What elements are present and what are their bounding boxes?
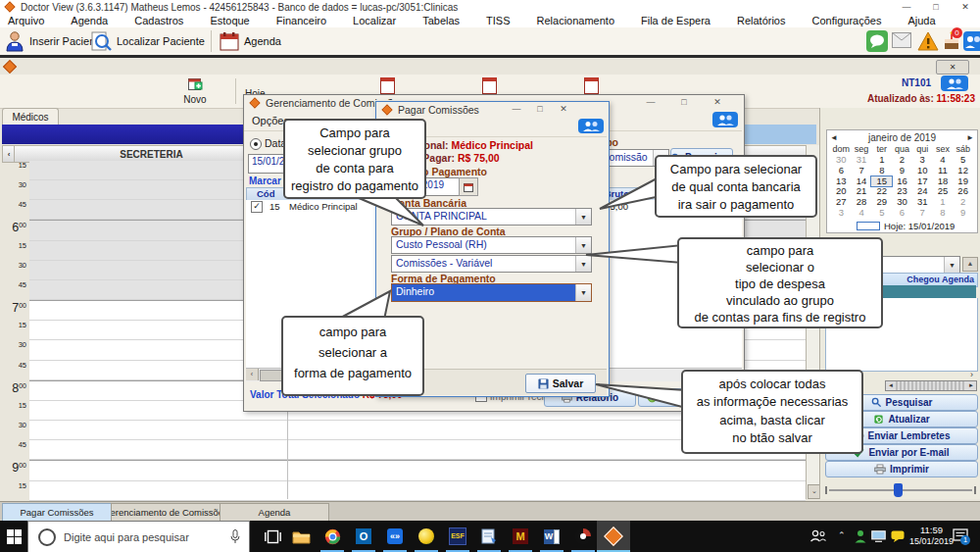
calendar-next-icon[interactable]: ► xyxy=(963,133,977,142)
task-view-button[interactable] xyxy=(257,521,288,552)
grupo-conta-dropdown[interactable]: Custo Pessoal (RH)▼ xyxy=(391,236,592,254)
calendar-month-icon[interactable] xyxy=(482,77,497,94)
close-icon[interactable]: ✕ xyxy=(703,95,732,110)
taskbar-search[interactable]: Digite aqui para pesquisar xyxy=(27,521,250,552)
row-checkbox[interactable]: ✓ xyxy=(251,201,263,213)
calendar-day[interactable]: 4 xyxy=(852,208,872,219)
calendar-day[interactable]: 6 xyxy=(831,166,852,176)
calendar-day[interactable]: 11 xyxy=(933,166,954,176)
taskbar-app-m[interactable]: M xyxy=(505,521,536,552)
tray-chat-icon[interactable] xyxy=(891,530,905,542)
maximize-icon[interactable]: □ xyxy=(669,95,699,110)
calendar-day[interactable]: 5 xyxy=(871,208,892,219)
calendar-day[interactable]: 10 xyxy=(912,166,933,176)
menu-item[interactable]: Arquivo xyxy=(8,15,44,26)
mail-icon[interactable] xyxy=(892,32,911,52)
child-close-icon[interactable]: ✕ xyxy=(936,60,969,75)
pagar-titlebar[interactable]: Pagar Comissões — □ ✕ xyxy=(376,102,609,118)
menu-item[interactable]: Ajuda xyxy=(907,15,935,26)
birthday-icon[interactable]: 0 xyxy=(942,31,961,51)
maximize-button[interactable]: □ xyxy=(921,0,951,14)
menu-item[interactable]: Agenda xyxy=(71,15,108,26)
date-picker-icon[interactable] xyxy=(459,177,478,196)
tray-people-icon[interactable] xyxy=(809,529,827,542)
people-icon[interactable] xyxy=(712,112,738,127)
menu-item[interactable]: Tabelas xyxy=(422,15,460,26)
minimize-icon[interactable]: — xyxy=(506,102,527,117)
salvar-button[interactable]: Salvar xyxy=(525,374,596,393)
mini-scroll-left-icon[interactable]: ◄ xyxy=(886,381,896,390)
taskbar-app-esf[interactable]: ESF xyxy=(442,521,473,552)
calendar-day[interactable]: 3 xyxy=(831,208,852,219)
calendar-prev-icon[interactable]: ◄ xyxy=(827,133,841,142)
menu-item[interactable]: Localizar xyxy=(353,15,396,26)
schedule-row[interactable]: 900 xyxy=(29,460,806,480)
menu-item[interactable]: Cadastros xyxy=(134,15,183,26)
tab-agenda[interactable]: Agenda xyxy=(220,503,329,522)
calendar-day[interactable]: 8 xyxy=(871,166,892,176)
mini-scroll-track[interactable] xyxy=(896,381,966,390)
panel-scroll-right-icon[interactable]: › xyxy=(970,370,973,379)
calendar-today-label[interactable]: Hoje: 15/01/2019 xyxy=(884,221,955,231)
mini-scroll-right-icon[interactable]: ► xyxy=(966,381,976,390)
tray-chevron-icon[interactable]: ⌃ xyxy=(838,530,846,540)
taskbar-chrome[interactable] xyxy=(317,521,348,552)
mic-icon[interactable] xyxy=(230,529,240,544)
taskbar-word[interactable]: W xyxy=(536,521,567,552)
taskbar-doctorview-active[interactable] xyxy=(597,521,630,552)
calendar-title[interactable]: janeiro de 2019 xyxy=(841,132,963,143)
warning-icon[interactable] xyxy=(917,31,939,55)
taskbar-teamviewer[interactable]: «» xyxy=(379,521,411,552)
tab-pagar-comissoes[interactable]: Pagar Comissões xyxy=(2,503,112,522)
calendar-day[interactable]: 9 xyxy=(892,166,912,176)
calendar-day[interactable]: 8 xyxy=(933,208,954,219)
collapse-icon[interactable]: ▲ xyxy=(962,257,978,272)
notification-center-icon[interactable]: 1 xyxy=(953,528,968,547)
calendar-day[interactable]: 7 xyxy=(912,208,933,219)
menu-item[interactable]: Configurações xyxy=(811,15,881,26)
contacts-icon[interactable] xyxy=(963,31,980,51)
tab-medicos[interactable]: Médicos xyxy=(2,108,59,125)
menu-item[interactable]: Estoque xyxy=(210,15,249,26)
maximize-icon[interactable]: □ xyxy=(529,102,551,117)
tray-user-icon[interactable] xyxy=(855,529,866,543)
forma-pagamento-dropdown[interactable]: Dinheiro▼ xyxy=(391,283,592,302)
close-button[interactable]: ✕ xyxy=(951,0,980,14)
menu-item[interactable]: Relacionamento xyxy=(537,15,615,26)
tab-gerenciamento[interactable]: Gerenciamento de Comissões xyxy=(111,503,220,522)
menu-item[interactable]: Financeiro xyxy=(276,15,326,26)
novo-button[interactable]: Novo xyxy=(178,76,212,105)
minimize-button[interactable]: — xyxy=(892,0,921,14)
people-icon[interactable] xyxy=(941,75,968,91)
conta-bancaria-dropdown[interactable]: CONTA PRINCIPAL▼ xyxy=(391,208,592,226)
localizar-paciente-button[interactable]: Localizar Paciente xyxy=(90,29,205,53)
calendar-day[interactable]: 9 xyxy=(953,208,973,219)
calendar-day[interactable]: 12 xyxy=(953,166,973,176)
minimize-icon[interactable]: — xyxy=(636,95,665,110)
menu-item[interactable]: Relatórios xyxy=(737,15,786,26)
zoom-slider[interactable] xyxy=(825,482,976,498)
tipo-despesa-dropdown[interactable]: Comissões - Variável▼ xyxy=(391,255,592,273)
panel-mini-scrollbar[interactable]: ◄ ► xyxy=(885,380,977,391)
menu-item[interactable]: TISS xyxy=(486,15,510,26)
people-icon[interactable] xyxy=(578,119,604,133)
calendar-day[interactable]: 6 xyxy=(892,208,912,219)
taskbar-app-disc[interactable] xyxy=(567,521,599,552)
taskbar-notes[interactable] xyxy=(473,521,505,552)
menu-item[interactable]: Fila de Espera xyxy=(641,15,710,26)
taskbar-app-ball[interactable] xyxy=(411,521,442,552)
taskbar-explorer[interactable] xyxy=(285,521,317,552)
calendar-day[interactable]: 7 xyxy=(852,166,872,176)
agenda-button[interactable]: Agenda xyxy=(220,29,281,53)
taskbar-outlook[interactable]: O xyxy=(348,521,379,552)
close-icon[interactable]: ✕ xyxy=(553,102,574,117)
slider-thumb[interactable] xyxy=(894,483,903,497)
hscroll-left-icon[interactable]: ‹ xyxy=(246,369,259,380)
imprimir-button[interactable]: Imprimir xyxy=(825,461,978,477)
tray-clock[interactable]: 11:59 15/01/2019 xyxy=(909,526,943,546)
calendar-week-icon[interactable] xyxy=(380,77,395,94)
chat-icon[interactable] xyxy=(866,30,888,52)
radio-data[interactable] xyxy=(250,138,262,150)
calendar-range-icon[interactable] xyxy=(584,77,599,94)
tray-display-icon[interactable] xyxy=(871,530,886,542)
